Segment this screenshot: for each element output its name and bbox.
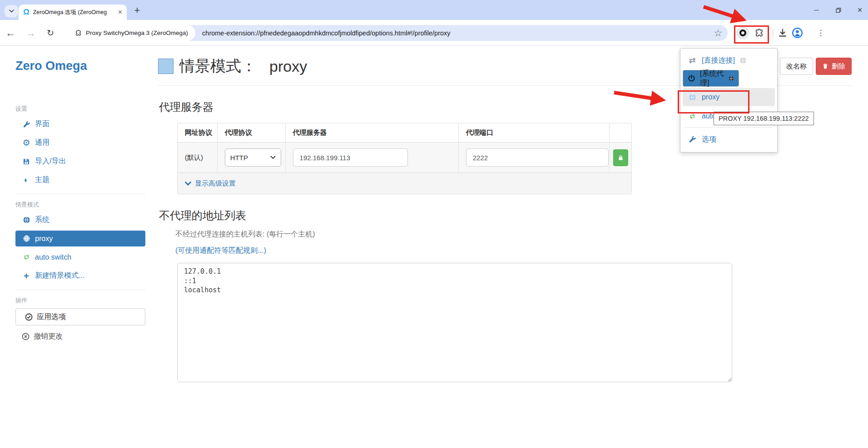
apply-options-button[interactable]: 应用选项 xyxy=(15,308,145,325)
globe-icon xyxy=(729,75,734,82)
protocol-value: HTTP xyxy=(230,154,248,162)
globe-icon xyxy=(739,57,747,64)
sidebar-item-new-profile[interactable]: + 新建情景模式... xyxy=(15,266,145,285)
omnibox[interactable]: Proxy SwitchyOmega 3 (ZeroOmega) chrome-… xyxy=(69,25,728,41)
power-icon xyxy=(688,74,695,82)
browser-tab[interactable]: Ω ZeroOmega 选项 (ZeroOmeg × xyxy=(19,5,127,20)
gear-icon: ⚙ xyxy=(22,138,31,148)
profile-button[interactable] xyxy=(790,20,804,46)
extension-page-icon xyxy=(75,30,82,37)
profile-avatar-icon xyxy=(792,27,803,39)
sidebar-item-label: 新建情景模式... xyxy=(35,271,84,281)
section-label-profiles: 情景模式 xyxy=(15,201,145,209)
minimize-button[interactable] xyxy=(812,5,821,15)
proxy-tooltip: PROXY 192.168.199.113:2222 xyxy=(714,112,814,125)
sidebar-item-label: 通用 xyxy=(35,138,50,148)
tab-bar: Ω ZeroOmega 选项 (ZeroOmeg × + × xyxy=(0,0,868,20)
sidebar-item-label: 系统 xyxy=(35,215,50,225)
proxy-servers-table: 网址协议 代理协议 代理服务器 代理端口 (默认) HTTP 192.168.1… xyxy=(177,123,632,194)
sidebar-item-label: auto switch xyxy=(35,253,71,261)
apply-options-label: 应用选项 xyxy=(37,312,66,322)
repeat-icon xyxy=(687,113,697,120)
forward-button[interactable]: → xyxy=(24,20,38,46)
menu-item-direct[interactable]: ⇄ [直接连接] xyxy=(683,52,775,69)
repeat-icon xyxy=(22,253,31,261)
restore-button[interactable] xyxy=(833,5,843,15)
profile-name: proxy xyxy=(269,58,307,75)
sidebar-divider xyxy=(15,290,145,290)
check-circle-icon xyxy=(25,313,33,321)
sidebar-item-import-export[interactable]: 导入/导出 xyxy=(15,152,145,171)
bypass-hosts-textarea[interactable]: 127.0.0.1 ::1 localhost xyxy=(177,263,732,382)
section-label-settings: 设置 xyxy=(15,105,145,113)
sidebar-item-theme[interactable]: ◐ 主题 xyxy=(15,171,145,189)
sidebar-item-label: 界面 xyxy=(35,119,50,129)
chevron-down-icon xyxy=(185,181,191,186)
lock-icon xyxy=(617,154,624,161)
tab-title: ZeroOmega 选项 (ZeroOmeg xyxy=(33,9,109,16)
window-controls: × xyxy=(812,0,864,20)
wrench-icon xyxy=(687,136,697,143)
delete-button-label: 删除 xyxy=(832,62,845,71)
scheme-default-label: (默认) xyxy=(185,153,203,162)
column-header-protocol: 代理协议 xyxy=(218,123,286,142)
wildcard-rules-link[interactable]: (可使用通配符等匹配规则...) xyxy=(175,246,266,254)
close-window-button[interactable]: × xyxy=(855,5,864,15)
delete-button[interactable]: 删除 xyxy=(816,58,852,75)
column-header-server: 代理服务器 xyxy=(286,123,459,142)
swap-arrows-icon: ⇄ xyxy=(687,55,697,65)
sidebar-item-label: 主题 xyxy=(35,175,50,185)
omega-favicon-icon: Ω xyxy=(23,8,30,17)
wrench-icon xyxy=(22,121,31,128)
sidebar-item-label: proxy xyxy=(35,235,53,243)
new-tab-button[interactable]: + xyxy=(131,4,144,17)
undo-changes-label: 撤销更改 xyxy=(34,332,63,341)
sidebar-item-system[interactable]: 系统 xyxy=(15,211,145,229)
section-label-actions: 操作 xyxy=(15,296,145,305)
port-input[interactable]: 2222 xyxy=(466,148,609,167)
bookmark-star-icon[interactable]: ☆ xyxy=(711,20,725,46)
menu-item-label: 选项 xyxy=(702,135,716,144)
browser-window: { "browser": { "tab_title": "ZeroOmega 选… xyxy=(0,0,868,448)
column-header-scheme: 网址协议 xyxy=(178,123,218,142)
tab-close-icon[interactable]: × xyxy=(118,9,122,16)
url-text[interactable]: chrome-extension://pfnededegaaopdmhkdmco… xyxy=(202,30,450,37)
menu-item-options[interactable]: 选项 xyxy=(683,130,775,149)
download-icon xyxy=(778,28,788,38)
table-footer: 显示高级设置 xyxy=(178,172,631,194)
tab-search-button[interactable] xyxy=(5,5,18,17)
trash-icon xyxy=(822,63,828,69)
plus-icon: + xyxy=(22,271,31,281)
sidebar: Zero Omega 设置 界面 ⚙ 通用 导入/导出 ◐ 主题 情景模式 系统… xyxy=(15,59,145,346)
bypass-list-heading: 不代理的地址列表 xyxy=(159,208,852,223)
column-header-auth xyxy=(610,123,631,142)
annotation-box-proxy-item xyxy=(678,90,749,113)
menu-divider xyxy=(684,127,773,128)
protocol-select[interactable]: HTTP xyxy=(225,148,281,167)
server-input[interactable]: 192.168.199.113 xyxy=(293,148,408,167)
chevron-down-icon xyxy=(9,10,14,13)
table-header-row: 网址协议 代理协议 代理服务器 代理端口 xyxy=(178,123,631,143)
x-circle-icon xyxy=(22,333,30,340)
sidebar-item-proxy[interactable]: proxy xyxy=(15,231,145,246)
site-chip-label: Proxy SwitchyOmega 3 (ZeroOmega) xyxy=(86,30,188,36)
menu-item-system[interactable]: [系统代理] xyxy=(683,70,739,87)
browser-menu-button[interactable]: ⋮ xyxy=(814,20,828,46)
globe-icon xyxy=(22,235,31,242)
profile-color-swatch[interactable] xyxy=(158,59,174,74)
page-title: 情景模式： xyxy=(179,56,257,77)
sidebar-item-auto-switch[interactable]: auto switch xyxy=(15,248,145,266)
downloads-button[interactable] xyxy=(776,20,789,46)
auth-lock-button[interactable] xyxy=(613,149,628,166)
sidebar-item-general[interactable]: ⚙ 通用 xyxy=(15,133,145,152)
undo-changes-button[interactable]: 撤销更改 xyxy=(15,327,145,346)
save-icon xyxy=(22,158,31,165)
show-advanced-link[interactable]: 显示高级设置 xyxy=(195,179,236,188)
rename-button[interactable]: 改名称 xyxy=(780,58,813,75)
globe-icon xyxy=(22,216,31,224)
site-info-chip[interactable]: Proxy SwitchyOmega 3 (ZeroOmega) xyxy=(69,25,195,41)
brand-title: Zero Omega xyxy=(15,59,145,73)
refresh-button[interactable]: ↻ xyxy=(44,20,57,46)
sidebar-item-interface[interactable]: 界面 xyxy=(15,115,145,133)
back-button[interactable]: ← xyxy=(4,20,17,46)
